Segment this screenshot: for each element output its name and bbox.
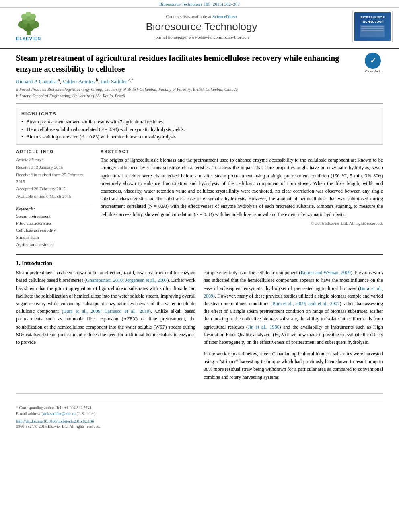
elsevier-label: ELSEVIER bbox=[16, 36, 41, 41]
highlights-section: HIGHLIGHTS Steam pretreatment showed sim… bbox=[16, 108, 383, 145]
journal-title: Bioresource Technology bbox=[55, 21, 348, 33]
intro-col-left: Steam pretreatment has been shown to be … bbox=[16, 269, 195, 381]
highlights-title: HIGHLIGHTS bbox=[21, 111, 378, 116]
footer-divider bbox=[16, 393, 383, 394]
cite-bura-carrasco[interactable]: Bura et al., 2009; Carrasco et al., 2010 bbox=[63, 308, 149, 314]
footer-issn: 0960-8524/© 2015 Elsevier Ltd. All right… bbox=[16, 423, 383, 429]
keyword-2: Fibre characteristics bbox=[16, 220, 93, 227]
article-info-header: ARTICLE INFO bbox=[16, 150, 93, 154]
keyword-4: Simons stain bbox=[16, 234, 93, 241]
info-abstract-section: ARTICLE INFO Article history: Received 1… bbox=[16, 150, 383, 248]
intro-col1-text: Steam pretreatment has been shown to be … bbox=[16, 269, 195, 346]
keywords-section: Keywords: Steam pretreatment Fibre chara… bbox=[16, 206, 93, 248]
cite-jin[interactable]: Jin et al., 1986 bbox=[248, 324, 279, 330]
history-label: Article history: bbox=[16, 156, 93, 163]
footer-doi-link[interactable]: http://dx.doi.org/10.1016/j.biortech.201… bbox=[16, 419, 94, 423]
journal-homepage: journal homepage: www.elsevier.com/locat… bbox=[55, 35, 348, 39]
article-title-section: Steam pretreatment of agricultural resid… bbox=[16, 53, 383, 104]
keyword-1: Steam pretreatment bbox=[16, 213, 93, 220]
highlight-item-3: Simons staining correlated (r² = 0.83) w… bbox=[21, 134, 378, 140]
science-direct-link[interactable]: ScienceDirect bbox=[212, 14, 237, 19]
footer-email-link[interactable]: jack.saddler@ubc.ca bbox=[42, 411, 76, 416]
section-divider bbox=[16, 254, 383, 255]
intro-two-col: Steam pretreatment has been shown to be … bbox=[16, 269, 383, 381]
article-info-column: ARTICLE INFO Article history: Received 1… bbox=[16, 150, 93, 248]
journal-logo-right: BIORESOURCETECHNOLOGY bbox=[352, 11, 393, 42]
article-affiliations: a Forest Products Biotechnology/Bioenerg… bbox=[16, 86, 359, 99]
crossmark-badge[interactable]: ✓ CrossMark bbox=[363, 53, 383, 73]
elsevier-logo-left: ELSEVIER bbox=[6, 12, 51, 41]
keyword-5: Agricultural residues bbox=[16, 241, 93, 249]
bioresource-logo: BIORESOURCETECHNOLOGY bbox=[354, 12, 391, 41]
elsevier-tree-icon bbox=[10, 12, 47, 35]
author-saddler: Jack Saddler bbox=[101, 78, 127, 84]
cite-kumar-wyman[interactable]: Kumar and Wyman, 2009 bbox=[300, 270, 350, 275]
highlight-item-1: Steam pretreatment showed similar result… bbox=[21, 119, 378, 125]
crossmark-icon: ✓ bbox=[365, 53, 381, 69]
intro-col-right: complete hydrolysis of the cellulosic co… bbox=[204, 269, 383, 381]
copyright-line: © 2015 Elsevier Ltd. All rights reserved… bbox=[101, 221, 383, 226]
cite-bura-jeoh[interactable]: Bura et al., 2009; Jeoh et al., 2007 bbox=[272, 301, 339, 306]
cite-bura-2009[interactable]: Bura et al., 2009 bbox=[204, 286, 383, 299]
author-arantes: Valdeir Arantes bbox=[62, 78, 95, 84]
journal-header: Bioresource Technology 185 (2015) 302–30… bbox=[0, 0, 399, 49]
footer-email: E-mail address: jack.saddler@ubc.ca (J. … bbox=[16, 411, 383, 417]
info-divider bbox=[16, 203, 93, 203]
keyword-3: Cellulose accessibility bbox=[16, 227, 93, 234]
journal-top-bar: Bioresource Technology 185 (2015) 302–30… bbox=[0, 0, 399, 8]
keywords-title: Keywords: bbox=[16, 206, 93, 211]
affiliation-b: b Lorena School of Engineering, Universi… bbox=[16, 93, 359, 99]
intro-col2-para2: In the work reported below, seven Canadi… bbox=[204, 350, 383, 381]
science-direct-line: Contents lists available at ScienceDirec… bbox=[55, 14, 348, 19]
article-content: Steam pretreatment of agricultural resid… bbox=[0, 49, 399, 433]
abstract-column: ABSTRACT The origins of lignocellulosic … bbox=[101, 150, 383, 248]
abstract-text: The origins of lignocellulosic biomass a… bbox=[101, 156, 383, 218]
highlight-item-2: Hemicellulose solubilized correlated (r²… bbox=[21, 126, 378, 133]
received-date: Received 13 January 2015 bbox=[16, 164, 93, 171]
introduction-section: 1. Introduction Steam pretreatment has b… bbox=[16, 260, 383, 381]
article-title: Steam pretreatment of agricultural resid… bbox=[16, 53, 359, 74]
bioresource-logo-text: BIORESOURCETECHNOLOGY bbox=[360, 16, 385, 23]
intro-col2-text: complete hydrolysis of the cellulosic co… bbox=[204, 269, 383, 346]
affiliation-a: a Forest Products Biotechnology/Bioenerg… bbox=[16, 86, 359, 93]
author-chandra: Richard P. Chandra bbox=[16, 78, 57, 84]
footer-corresponding: * Corresponding author. Tel.: +1 604 822… bbox=[16, 405, 383, 411]
available-date: Available online 6 March 2015 bbox=[16, 193, 93, 200]
article-authors: Richard P. Chandra a, Valdeir Arantes b,… bbox=[16, 78, 359, 85]
revised-date: Received in revised form 25 February 201… bbox=[16, 171, 93, 185]
accepted-date: Accepted 26 February 2015 bbox=[16, 185, 93, 192]
abstract-header: ABSTRACT bbox=[101, 150, 383, 154]
page-footer: * Corresponding author. Tel.: +1 604 822… bbox=[16, 402, 383, 429]
highlights-list: Steam pretreatment showed similar result… bbox=[21, 119, 378, 140]
journal-citation: Bioresource Technology 185 (2015) 302–30… bbox=[159, 2, 240, 6]
journal-center: Contents lists available at ScienceDirec… bbox=[55, 14, 348, 39]
intro-title: 1. Introduction bbox=[16, 260, 383, 267]
crossmark-label: CrossMark bbox=[365, 70, 381, 73]
article-title-text: Steam pretreatment of agricultural resid… bbox=[16, 53, 359, 99]
cite-gnansounou[interactable]: Gnansounou, 2010; Jørgensen et al., 2007 bbox=[86, 277, 167, 283]
